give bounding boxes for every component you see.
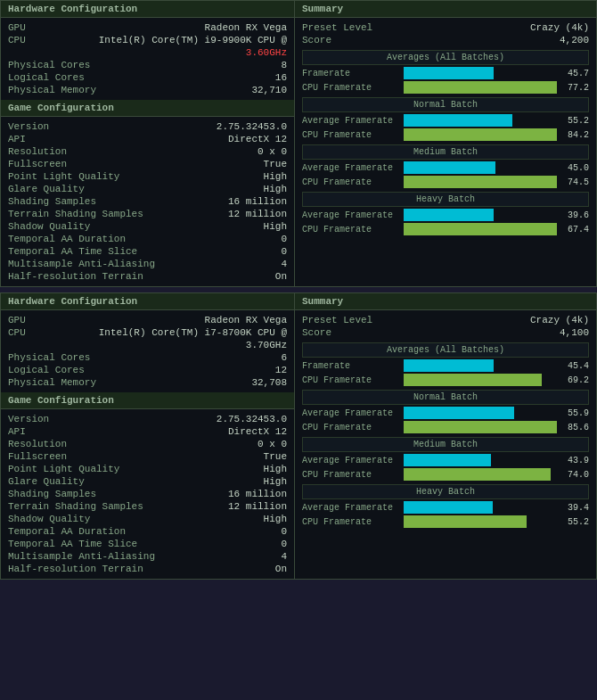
bar-container	[404, 67, 557, 79]
config-row: Temporal AA Time Slice 0	[8, 245, 287, 258]
bar-container	[404, 114, 557, 127]
config-label: Multisample Anti-Aliasing	[8, 551, 155, 562]
medium-batch-header: Medium Batch	[302, 437, 589, 452]
physical-memory-row: Physical Memory 32,708	[8, 376, 287, 389]
summary-content: Preset Level Crazy (4k) Score 4,100 Aver…	[295, 310, 596, 533]
bar-value: 55.9	[560, 408, 589, 418]
cpu-value: Intel(R) Core(TM) i7-8700K CPU @	[99, 327, 287, 338]
config-row: Shadow Quality High	[8, 220, 287, 233]
config-value: High	[264, 221, 287, 232]
config-value: 12 million	[228, 501, 287, 512]
cpu-freq-value: 3.60GHz	[246, 47, 287, 58]
bar-fill	[404, 161, 495, 174]
bar-fill	[404, 515, 527, 528]
game-config-header: Game Configuration	[1, 100, 294, 117]
bar-fill	[404, 407, 514, 419]
bar-value: 84.2	[560, 130, 589, 140]
bar-label: CPU Framerate	[302, 423, 400, 432]
score-label: Score	[302, 35, 331, 45]
physical-cores-label: Physical Cores	[8, 60, 90, 70]
config-value: 4	[281, 259, 287, 269]
config-label: Temporal AA Time Slice	[8, 539, 137, 549]
config-row: Point Light Quality High	[8, 170, 287, 183]
gpu-label: GPU	[8, 315, 26, 325]
bar-label: Average Framerate	[302, 503, 400, 513]
bar-row: CPU Framerate 85.6	[302, 421, 589, 433]
physical-cores-value: 8	[281, 60, 287, 70]
summary-header: Summary	[295, 293, 596, 310]
normal-batch-header: Normal Batch	[302, 97, 589, 112]
bar-container	[404, 515, 557, 528]
config-label: API	[8, 426, 26, 437]
bar-value: 45.4	[560, 361, 589, 371]
cpu-row: CPU Intel(R) Core(TM) i7-8700K CPU @	[8, 326, 287, 339]
config-row: Shadow Quality High	[8, 513, 287, 525]
preset-row: Preset Level Crazy (4k)	[302, 21, 589, 34]
bar-value: 55.2	[560, 116, 589, 126]
bar-value: 74.0	[560, 470, 589, 480]
logical-cores-row: Logical Cores 16	[8, 71, 287, 84]
gpu-row: GPU Radeon RX Vega	[8, 21, 287, 34]
bar-fill	[404, 454, 491, 466]
bar-container	[404, 374, 557, 386]
config-label: Version	[8, 414, 49, 424]
bar-row: Average Framerate 45.0	[302, 161, 589, 174]
bar-row: Framerate 45.4	[302, 359, 589, 372]
config-row: Version 2.75.32453.0	[8, 120, 287, 133]
config-row: Multisample Anti-Aliasing 4	[8, 550, 287, 563]
config-row: Temporal AA Duration 0	[8, 525, 287, 538]
physical-cores-value: 6	[281, 352, 287, 363]
config-label: Version	[8, 121, 49, 132]
bar-fill	[404, 223, 557, 235]
config-row: Glare Quality High	[8, 183, 287, 195]
config-row: Half-resolution Terrain On	[8, 563, 287, 575]
config-row: Point Light Quality High	[8, 463, 287, 475]
gpu-label: GPU	[8, 22, 26, 33]
config-label: Glare Quality	[8, 184, 85, 194]
config-label: Shadow Quality	[8, 514, 90, 524]
config-row: API DirectX 12	[8, 425, 287, 438]
config-value: 2.75.32453.0	[217, 121, 287, 132]
bar-fill	[404, 176, 557, 188]
config-value: 0	[281, 526, 287, 537]
summary-header: Summary	[295, 1, 596, 18]
avg-all-batches-header: Averages (All Batches)	[302, 342, 589, 358]
bar-fill	[404, 468, 551, 481]
right-column: Summary Preset Level Crazy (4k) Score 4,…	[295, 293, 596, 579]
bar-row: CPU Framerate 77.2	[302, 81, 589, 94]
config-value: On	[275, 564, 287, 574]
hw-config-header: Hardware Configuration	[1, 293, 294, 310]
bar-row: CPU Framerate 84.2	[302, 128, 589, 141]
gpu-row: GPU Radeon RX Vega	[8, 314, 287, 326]
bar-fill	[404, 128, 557, 141]
bar-container	[404, 421, 557, 433]
config-label: Point Light Quality	[8, 464, 119, 474]
bar-value: 69.2	[560, 375, 589, 385]
config-label: Shading Samples	[8, 489, 96, 499]
config-label: Half-resolution Terrain	[8, 564, 143, 574]
preset-value: Crazy (4k)	[530, 315, 589, 325]
config-row: Shading Samples 16 million	[8, 195, 287, 208]
preset-row: Preset Level Crazy (4k)	[302, 314, 589, 326]
bar-label: CPU Framerate	[302, 83, 400, 93]
benchmark-panel: Hardware Configuration GPU Radeon RX Veg…	[0, 292, 597, 580]
bar-fill	[404, 374, 542, 386]
config-label: Fullscreen	[8, 451, 67, 462]
medium-batch-header: Medium Batch	[302, 144, 589, 160]
config-label: Point Light Quality	[8, 171, 119, 182]
score-value: 4,200	[560, 35, 589, 45]
bar-label: CPU Framerate	[302, 517, 400, 527]
config-row: Half-resolution Terrain On	[8, 270, 287, 283]
config-label: Resolution	[8, 146, 67, 157]
config-label: Multisample Anti-Aliasing	[8, 259, 155, 269]
config-row: Glare Quality High	[8, 475, 287, 488]
config-label: Shadow Quality	[8, 221, 90, 232]
left-column: Hardware Configuration GPU Radeon RX Veg…	[1, 293, 295, 579]
bar-value: 39.6	[560, 210, 589, 220]
bar-row: CPU Framerate 69.2	[302, 374, 589, 386]
bar-label: Average Framerate	[302, 456, 400, 465]
config-label: Glare Quality	[8, 476, 85, 487]
bar-container	[404, 81, 557, 94]
bar-row: Average Framerate 39.4	[302, 501, 589, 514]
bar-fill	[404, 501, 493, 514]
